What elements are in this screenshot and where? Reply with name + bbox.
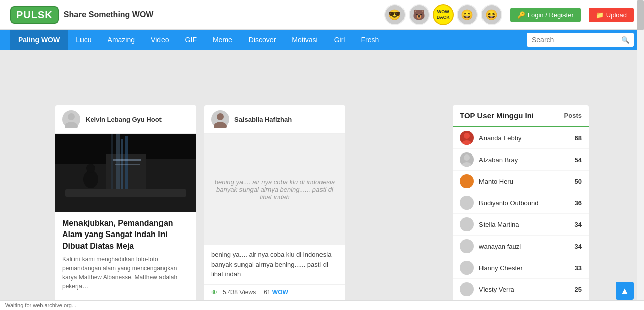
- user-name-5: Stella Martina: [479, 221, 575, 228]
- header: PULSK Share Something WOW 😎 🐻 WOWBACK 😄 …: [0, 0, 644, 30]
- svg-point-17: [214, 122, 227, 128]
- card2-views: 5,438 Views: [223, 289, 256, 296]
- svg-point-24: [464, 198, 470, 204]
- sidebar: TOP User Minggu Ini Posts Ananda Febby 6…: [453, 105, 589, 310]
- svg-rect-13: [115, 164, 140, 165]
- nav-amazing[interactable]: Amazing: [100, 30, 143, 50]
- user-posts-4: 36: [575, 199, 582, 207]
- user-avatar-1: [460, 131, 474, 145]
- eye-icon-2: 👁: [211, 289, 218, 296]
- nav-gif[interactable]: GIF: [177, 30, 205, 50]
- posts-label: Posts: [564, 112, 582, 119]
- main-content: Kelvin Lebang Gyu Hoot: [45, 95, 599, 310]
- scrollbar[interactable]: [637, 0, 644, 310]
- upload-icon: 📁: [596, 11, 604, 19]
- svg-point-18: [464, 133, 470, 139]
- user-name-3: Manto Heru: [479, 178, 575, 185]
- card2-image-area: bening ya.... air nya coba klu di indone…: [204, 134, 345, 245]
- svg-point-10: [83, 170, 98, 188]
- svg-point-16: [217, 113, 224, 120]
- avatar-2[interactable]: 🐻: [409, 4, 430, 25]
- user-posts-6: 34: [575, 243, 582, 250]
- nav-girl[interactable]: Girl: [326, 30, 353, 50]
- navbar: Paling WOW Lucu Amazing Video GIF Meme D…: [0, 30, 644, 50]
- user-avatar-5: [460, 217, 474, 231]
- svg-point-1: [65, 122, 78, 128]
- avatar-4[interactable]: 😆: [481, 4, 502, 25]
- card2-wow: 61 WOW: [264, 289, 288, 296]
- avatar-3[interactable]: 😄: [457, 4, 478, 25]
- card1-image: [55, 134, 196, 212]
- svg-point-23: [462, 184, 472, 188]
- svg-rect-14: [55, 194, 196, 212]
- top-users-title: TOP User Minggu Ini: [460, 111, 534, 120]
- nav-meme[interactable]: Meme: [205, 30, 240, 50]
- svg-point-0: [68, 113, 75, 120]
- user-name-1: Ananda Febby: [479, 134, 575, 142]
- card-kelvin: Kelvin Lebang Gyu Hoot: [55, 105, 196, 310]
- back-to-top-button[interactable]: ▲: [616, 282, 634, 300]
- upload-button[interactable]: 📁 Upload: [589, 8, 634, 22]
- card2-footer: 👁 5,438 Views 61 WOW: [204, 284, 345, 300]
- user-name-4: Budiyanto Outbound: [479, 199, 575, 207]
- card1-header: Kelvin Lebang Gyu Hoot: [55, 105, 196, 134]
- user-posts-7: 33: [575, 264, 582, 272]
- user-avatar-4: [460, 196, 474, 210]
- search-input[interactable]: [527, 33, 617, 47]
- wow-back-badge[interactable]: WOWBACK: [433, 4, 454, 25]
- nav-motivasi[interactable]: Motivasi: [284, 30, 326, 50]
- user-row-1[interactable]: Ananda Febby 68: [453, 127, 589, 149]
- svg-point-30: [464, 263, 470, 269]
- svg-point-21: [462, 162, 472, 167]
- svg-point-29: [462, 249, 472, 253]
- user-name-7: Hanny Chester: [479, 264, 575, 272]
- user-row-7[interactable]: Hanny Chester 33: [453, 257, 589, 279]
- nav-discover[interactable]: Discover: [240, 30, 284, 50]
- user-posts-2: 54: [575, 156, 582, 164]
- card2-header: Salsabila Hafizhah: [204, 105, 345, 134]
- user-posts-5: 34: [575, 221, 582, 228]
- logo-badge[interactable]: PULSK: [10, 6, 59, 24]
- user-row-3[interactable]: Manto Heru 50: [453, 171, 589, 192]
- nav-lucu[interactable]: Lucu: [68, 30, 99, 50]
- user-posts-8: 25: [575, 286, 582, 293]
- nav-paling-wow[interactable]: Paling WOW: [10, 30, 68, 50]
- nav-fresh[interactable]: Fresh: [353, 30, 387, 50]
- logo-tagline: Share Something WOW: [64, 10, 154, 19]
- top-users-card: TOP User Minggu Ini Posts Ananda Febby 6…: [453, 105, 589, 310]
- card1-avatar: [62, 110, 80, 128]
- user-row-6[interactable]: wanayan fauzi 34: [453, 236, 589, 257]
- status-text: Waiting for web.archive.org...: [5, 302, 76, 308]
- card2-avatar: [211, 110, 229, 128]
- card2-username: Salsabila Hafizhah: [234, 116, 292, 123]
- user-row-4[interactable]: Budiyanto Outbound 36: [453, 192, 589, 214]
- user-row-2[interactable]: Alzaban Bray 54: [453, 149, 589, 171]
- card-salsabila: Salsabila Hafizhah bening ya.... air nya…: [204, 105, 345, 310]
- login-icon: 🔑: [517, 11, 525, 19]
- search-wrap: 🔍: [527, 33, 634, 47]
- svg-point-11: [86, 164, 95, 173]
- user-row-5[interactable]: Stella Martina 34: [453, 214, 589, 236]
- search-icon: 🔍: [621, 36, 630, 44]
- cards-area: Kelvin Lebang Gyu Hoot: [55, 105, 445, 310]
- svg-point-20: [464, 154, 470, 161]
- svg-point-27: [462, 227, 472, 231]
- user-name-6: wanayan fauzi: [479, 243, 575, 250]
- user-avatar-3: [460, 174, 474, 188]
- search-button[interactable]: 🔍: [617, 33, 634, 47]
- svg-point-28: [464, 241, 470, 247]
- avatar-1[interactable]: 😎: [384, 4, 406, 25]
- svg-point-31: [462, 270, 472, 275]
- card2-caption: bening ya.... air nya coba klu di indone…: [204, 245, 345, 284]
- svg-point-19: [462, 140, 472, 145]
- status-bar: Waiting for web.archive.org...: [0, 300, 644, 310]
- scrollbar-thumb[interactable]: [637, 0, 644, 30]
- user-name-2: Alzaban Bray: [479, 156, 575, 164]
- nav-video[interactable]: Video: [143, 30, 177, 50]
- user-row-8[interactable]: Viesty Verra 25: [453, 279, 589, 300]
- user-avatar-6: [460, 239, 474, 253]
- login-button[interactable]: 🔑 Login / Register: [510, 8, 581, 22]
- user-avatar-2: [460, 152, 474, 167]
- user-posts-3: 50: [575, 178, 582, 185]
- svg-point-25: [462, 205, 472, 210]
